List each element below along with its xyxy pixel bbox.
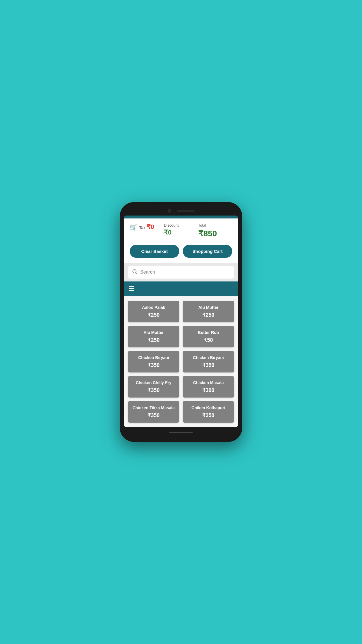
menu-item-card[interactable]: Alu Mutter₹250	[183, 301, 234, 322]
menu-item-name: Aaloo Palak	[131, 305, 176, 310]
cart-icon: 🛒	[130, 224, 137, 231]
menu-item-name: Alu Mutter	[186, 305, 231, 310]
menu-item-card[interactable]: Chicken Tikka Masala₹350	[128, 401, 179, 423]
menu-item-name: Chicken Tikka Masala	[131, 405, 176, 410]
phone-notch	[124, 209, 238, 213]
search-container	[124, 263, 238, 281]
menu-item-price: ₹350	[131, 362, 176, 368]
menu-item-card[interactable]: Chicken Chilly Fry₹350	[128, 376, 179, 398]
total-label: Total	[198, 223, 206, 228]
header-bar	[124, 216, 238, 218]
menu-item-name: Alu Mutter	[131, 330, 176, 335]
search-icon	[132, 269, 137, 276]
menu-item-price: ₹250	[186, 312, 231, 318]
menu-item-name: Chicken Biryani	[131, 355, 176, 360]
menu-item-card[interactable]: Butter Roti₹50	[183, 326, 234, 347]
menu-item-name: Chicken Masala	[186, 380, 231, 385]
discount-block: Discount ₹0	[164, 223, 198, 236]
camera	[168, 209, 171, 213]
menu-item-price: ₹350	[186, 362, 231, 368]
phone-frame: 🛒 Tax ₹0 Discount ₹0 Total ₹850 Clear Ba…	[120, 202, 242, 442]
menu-item-card[interactable]: Alu Mutter₹250	[128, 326, 179, 347]
home-indicator	[169, 432, 193, 433]
tax-label: Tax	[139, 225, 145, 230]
svg-line-1	[136, 272, 136, 273]
menu-item-name: Chicken Biryani	[186, 355, 231, 360]
total-block: Total ₹850	[198, 223, 232, 238]
menu-item-card[interactable]: Chicken Biryani₹350	[183, 351, 234, 372]
menu-item-card[interactable]: Aaloo Palak₹250	[128, 301, 179, 322]
menu-item-name: Chicken Chilly Fry	[131, 380, 176, 385]
menu-grid: Aaloo Palak₹250Alu Mutter₹250Alu Mutter₹…	[124, 296, 238, 428]
search-input[interactable]	[140, 270, 230, 275]
discount-label: Discount	[164, 223, 179, 228]
menu-item-price: ₹350	[186, 412, 231, 419]
menu-item-card[interactable]: Chicken Biryani₹350	[128, 351, 179, 372]
menu-item-price: ₹250	[131, 312, 176, 318]
phone-screen: 🛒 Tax ₹0 Discount ₹0 Total ₹850 Clear Ba…	[124, 216, 238, 428]
tax-block: Tax ₹0	[139, 223, 154, 231]
shopping-cart-button[interactable]: Shopping Cart	[183, 245, 232, 258]
search-box	[128, 266, 234, 279]
menu-item-name: Chiken Kolhapuri	[186, 405, 231, 410]
menu-item-price: ₹350	[131, 387, 176, 393]
menu-item-card[interactable]: Chicken Masala₹300	[183, 376, 234, 398]
total-value: ₹850	[198, 229, 217, 238]
menu-item-price: ₹250	[131, 337, 176, 343]
hamburger-icon[interactable]: ☰	[129, 285, 134, 293]
cart-summary: 🛒 Tax ₹0	[130, 223, 164, 231]
tax-value: ₹0	[147, 223, 154, 230]
menu-item-price: ₹300	[186, 387, 231, 393]
phone-bottom	[124, 430, 238, 435]
speaker	[177, 210, 194, 212]
action-buttons: Clear Basket Shopping Cart	[124, 242, 238, 263]
menu-bar: ☰	[124, 281, 238, 296]
menu-item-name: Butter Roti	[186, 330, 231, 335]
discount-value: ₹0	[164, 229, 171, 236]
menu-item-price: ₹350	[131, 412, 176, 419]
menu-item-price: ₹50	[186, 337, 231, 343]
clear-basket-button[interactable]: Clear Basket	[130, 245, 179, 258]
summary-section: 🛒 Tax ₹0 Discount ₹0 Total ₹850	[124, 218, 238, 242]
menu-item-card[interactable]: Chiken Kolhapuri₹350	[183, 401, 234, 423]
